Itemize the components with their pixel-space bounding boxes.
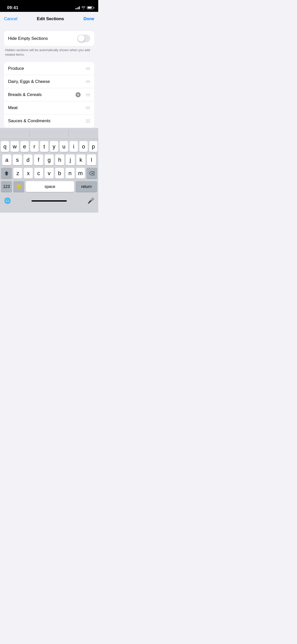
key-k[interactable]: k <box>76 154 85 165</box>
cancel-button[interactable]: Cancel <box>4 14 17 23</box>
key-i[interactable]: i <box>70 141 78 152</box>
hide-empty-sections-row: Hide Empty Sections <box>4 31 94 46</box>
section-row: Sauces & Condiments <box>4 114 94 127</box>
key-m[interactable]: m <box>76 168 85 179</box>
space-key[interactable]: space <box>26 181 74 192</box>
key-row-2: a s d f g h j k l <box>1 154 97 165</box>
return-key[interactable]: return <box>76 181 97 192</box>
key-row-4: 123 🙂 space return <box>1 181 97 192</box>
key-s[interactable]: s <box>13 154 22 165</box>
toolbar-divider <box>69 130 69 137</box>
battery-icon <box>87 6 93 9</box>
status-time: 09:41 <box>7 5 18 10</box>
key-row-1: q w e r t y u i o p <box>1 141 97 152</box>
drag-handle[interactable] <box>86 107 90 109</box>
key-c[interactable]: c <box>34 168 43 179</box>
done-button[interactable]: Done <box>83 14 94 23</box>
key-v[interactable]: v <box>45 168 53 179</box>
key-n[interactable]: n <box>65 168 74 179</box>
keyboard-rows: q w e r t y u i o p a s d f g h j k l <box>0 139 98 196</box>
key-o[interactable]: o <box>79 141 88 152</box>
key-l[interactable]: l <box>87 154 96 165</box>
keyboard: q w e r t y u i o p a s d f g h j k l <box>0 128 98 213</box>
key-e[interactable]: e <box>20 141 29 152</box>
key-t[interactable]: t <box>40 141 48 152</box>
nav-title: Edit Sections <box>37 16 64 21</box>
key-r[interactable]: r <box>30 141 39 152</box>
section-row: Produce <box>4 62 94 75</box>
drag-handle[interactable] <box>86 93 90 96</box>
key-y[interactable]: y <box>50 141 58 152</box>
toolbar-divider <box>29 130 30 137</box>
hide-empty-toggle[interactable] <box>77 35 90 42</box>
modal-sheet: Cancel Edit Sections Done Hide Empty Sec… <box>0 12 98 127</box>
signal-icon <box>75 6 80 9</box>
key-b[interactable]: b <box>55 168 64 179</box>
key-u[interactable]: u <box>60 141 68 152</box>
sections-list: Produce Dairy, Eggs & Cheese <box>4 62 94 127</box>
key-a[interactable]: a <box>2 154 11 165</box>
drag-handle[interactable] <box>86 120 90 122</box>
section-name: Sauces & Condiments <box>8 118 84 123</box>
home-indicator <box>31 200 67 202</box>
key-g[interactable]: g <box>45 154 54 165</box>
key-row-3: z x c v b n m <box>1 168 97 179</box>
status-icons <box>75 6 93 9</box>
backspace-key[interactable] <box>86 168 97 179</box>
shift-key[interactable] <box>1 168 12 179</box>
drag-handle[interactable] <box>86 80 90 83</box>
section-row-active <box>4 88 94 101</box>
key-w[interactable]: w <box>11 141 19 152</box>
numbers-key[interactable]: 123 <box>1 181 12 192</box>
helper-text: Hidden sections will be automatically sh… <box>4 48 94 57</box>
key-d[interactable]: d <box>23 154 32 165</box>
status-bar: 09:41 <box>0 0 98 12</box>
hide-empty-label: Hide Empty Sections <box>8 36 48 41</box>
content-area: Hide Empty Sections Hidden sections will… <box>0 26 98 127</box>
section-name: Dairy, Eggs & Cheese <box>8 79 84 84</box>
keyboard-bottom: 🌐 🎤 <box>0 196 98 213</box>
key-q[interactable]: q <box>1 141 9 152</box>
microphone-icon[interactable]: 🎤 <box>87 198 94 204</box>
key-f[interactable]: f <box>34 154 43 165</box>
section-name-input[interactable] <box>8 92 76 97</box>
section-name: Produce <box>8 66 84 71</box>
section-row: Dairy, Eggs & Cheese <box>4 75 94 88</box>
nav-bar: Cancel Edit Sections Done <box>0 12 98 26</box>
globe-icon[interactable]: 🌐 <box>4 198 11 204</box>
clear-button[interactable] <box>76 92 81 97</box>
key-p[interactable]: p <box>89 141 97 152</box>
drag-handle[interactable] <box>86 67 90 70</box>
key-z[interactable]: z <box>13 168 22 179</box>
section-row: Meat <box>4 101 94 114</box>
wifi-icon <box>81 6 85 9</box>
section-name: Meat <box>8 105 84 110</box>
emoji-key[interactable]: 🙂 <box>13 181 24 192</box>
keyboard-toolbar <box>0 128 98 139</box>
key-x[interactable]: x <box>24 168 32 179</box>
key-h[interactable]: h <box>55 154 64 165</box>
key-j[interactable]: j <box>66 154 75 165</box>
